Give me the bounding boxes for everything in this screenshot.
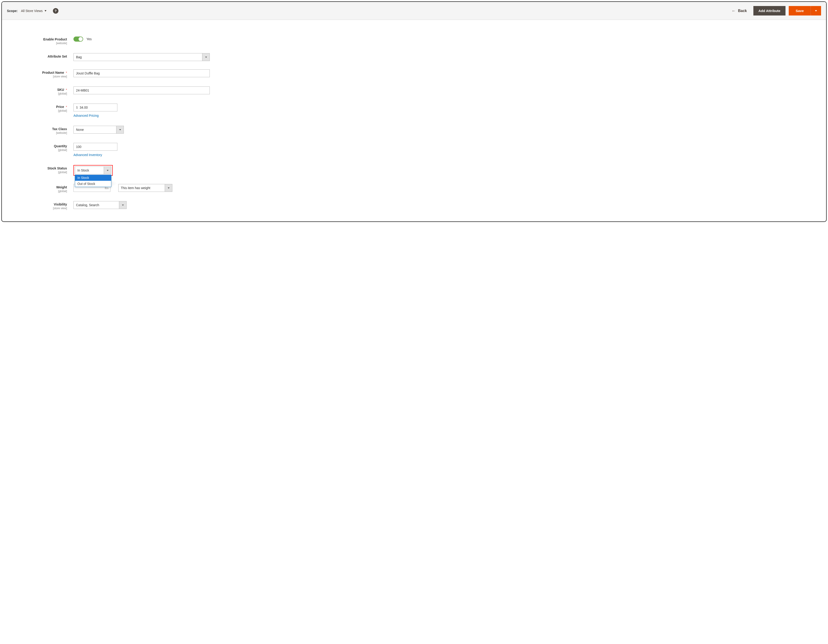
field-attribute-set: Attribute Set Bag xyxy=(9,53,819,61)
scope-selector[interactable]: All Store Views xyxy=(21,9,46,13)
weight-type-value: This item has weight xyxy=(121,186,165,190)
caret-down-icon xyxy=(168,187,169,188)
tax-class-value: None xyxy=(76,128,116,132)
price-input[interactable]: $ 34.00 xyxy=(74,104,118,112)
back-label: Back xyxy=(738,9,747,13)
save-button[interactable]: Save xyxy=(789,6,811,16)
stock-option-out-of-stock[interactable]: Out of Stock xyxy=(75,181,111,187)
caret-down-icon xyxy=(205,57,207,58)
field-product-name: Product Name * [store view] Joust Duffle… xyxy=(9,69,819,78)
sku-input[interactable]: 24-MB01 xyxy=(74,86,210,94)
arrow-left-icon: ← xyxy=(731,9,735,13)
visibility-scope: [store view] xyxy=(9,207,67,210)
scope-label: Scope: xyxy=(7,9,18,13)
stock-status-scope: [global] xyxy=(9,171,67,174)
required-indicator: * xyxy=(66,105,67,108)
price-scope: [global] xyxy=(9,109,67,112)
page-header: Scope: All Store Views ? ← Back Add Attr… xyxy=(2,2,826,20)
field-tax-class: Tax Class [website] None xyxy=(9,126,819,135)
enable-product-label: Enable Product xyxy=(9,38,67,41)
weight-label: Weight xyxy=(9,185,67,189)
product-form: Enable Product [website] Yes Attribute S… xyxy=(2,20,826,221)
stock-status-label: Stock Status xyxy=(9,166,67,170)
currency-symbol: $ xyxy=(76,106,78,109)
enable-product-value: Yes xyxy=(86,37,92,41)
field-weight: Weight [global] lbs This item has weight xyxy=(9,184,819,193)
toggle-knob xyxy=(78,37,83,41)
tax-class-select[interactable]: None xyxy=(74,126,124,134)
caret-down-icon xyxy=(119,129,121,130)
required-indicator: * xyxy=(66,71,67,74)
field-enable-product: Enable Product [website] Yes xyxy=(9,36,819,45)
attribute-set-value: Bag xyxy=(76,55,202,59)
stock-status-value: In Stock xyxy=(77,168,104,172)
select-trigger[interactable] xyxy=(116,126,124,134)
select-trigger[interactable] xyxy=(104,166,111,174)
quantity-scope: [global] xyxy=(9,148,67,152)
stock-status-dropdown: In Stock Out of Stock xyxy=(75,175,111,187)
help-icon[interactable]: ? xyxy=(53,8,58,14)
weight-type-select[interactable]: This item has weight xyxy=(118,184,172,192)
product-name-scope: [store view] xyxy=(9,75,67,78)
visibility-label: Visibility xyxy=(9,203,67,206)
field-stock-status: Stock Status [global] In Stock In Stock … xyxy=(9,165,819,176)
sku-label: SKU xyxy=(57,88,64,91)
scope-value: All Store Views xyxy=(21,9,43,13)
caret-down-icon xyxy=(815,10,817,11)
quantity-label: Quantity xyxy=(9,144,67,148)
quantity-input[interactable]: 100 xyxy=(74,143,118,151)
field-sku: SKU * [global] 24-MB01 xyxy=(9,86,819,95)
add-attribute-button[interactable]: Add Attribute xyxy=(753,6,786,16)
field-visibility: Visibility [store view] Catalog, Search xyxy=(9,201,819,210)
select-trigger[interactable] xyxy=(202,53,210,61)
stock-status-highlight: In Stock In Stock Out of Stock xyxy=(74,165,113,176)
back-button[interactable]: ← Back xyxy=(731,9,750,13)
advanced-pricing-link[interactable]: Advanced Pricing xyxy=(74,114,99,118)
field-quantity: Quantity [global] 100 Advanced Inventory xyxy=(9,143,819,157)
visibility-value: Catalog, Search xyxy=(76,203,119,207)
enable-product-toggle[interactable] xyxy=(74,36,83,42)
sku-value: 24-MB01 xyxy=(76,88,89,92)
caret-down-icon xyxy=(107,170,108,171)
product-name-label: Product Name xyxy=(42,71,64,74)
weight-scope: [global] xyxy=(9,190,67,193)
price-label: Price xyxy=(56,105,64,108)
caret-down-icon xyxy=(122,204,124,206)
save-button-group: Save xyxy=(789,6,821,16)
enable-product-scope: [website] xyxy=(9,42,67,45)
tax-class-label: Tax Class xyxy=(9,127,67,131)
select-trigger[interactable] xyxy=(119,201,126,209)
caret-down-icon xyxy=(45,10,46,11)
product-name-input[interactable]: Joust Duffle Bag xyxy=(74,69,210,77)
stock-status-select[interactable]: In Stock xyxy=(75,166,111,174)
advanced-inventory-link[interactable]: Advanced Inventory xyxy=(74,153,102,157)
attribute-set-label: Attribute Set xyxy=(9,55,67,58)
save-dropdown-toggle[interactable] xyxy=(811,6,821,16)
quantity-value: 100 xyxy=(76,145,81,149)
tax-class-scope: [website] xyxy=(9,131,67,135)
sku-scope: [global] xyxy=(9,92,67,95)
select-trigger[interactable] xyxy=(165,184,172,192)
stock-option-in-stock[interactable]: In Stock xyxy=(75,175,111,181)
visibility-select[interactable]: Catalog, Search xyxy=(74,201,127,209)
product-name-value: Joust Duffle Bag xyxy=(76,71,100,75)
attribute-set-select[interactable]: Bag xyxy=(74,53,210,61)
field-price: Price * [global] $ 34.00 Advanced Pricin… xyxy=(9,104,819,118)
required-indicator: * xyxy=(66,88,67,91)
price-value: 34.00 xyxy=(80,106,88,109)
